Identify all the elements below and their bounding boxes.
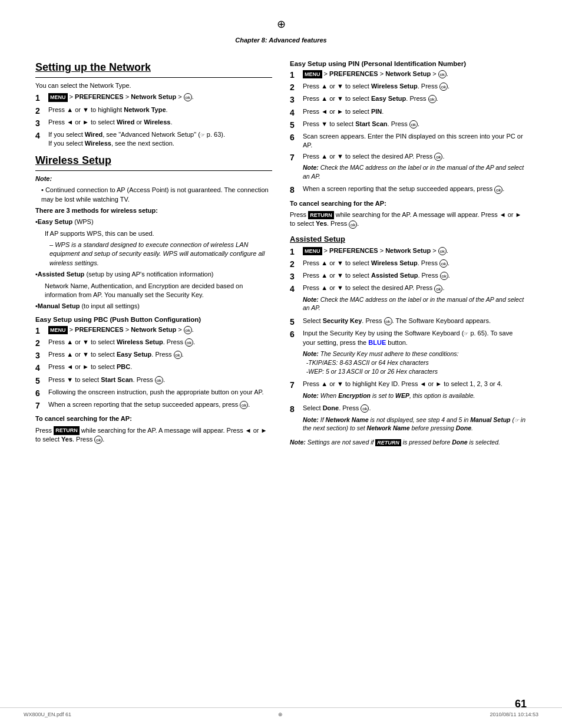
wireless-note-item: Continued connection to AP (Access Point… <box>41 186 272 204</box>
step-item: 3 Press or to select Assisted Setup. Pre… <box>290 271 527 282</box>
arrow-right-icon <box>82 118 89 126</box>
ok-icon: ok <box>428 95 437 103</box>
step-content: Press or to select Wireless Setup. Press… <box>48 338 272 348</box>
ref-icon: ☞ <box>464 331 468 337</box>
step-item: 5 Select Security Key. Press ok. The Sof… <box>290 317 527 327</box>
step-content: Input the Security Key by using the Soft… <box>303 329 527 378</box>
menu-icon: MENU <box>303 247 322 256</box>
step-item: 7 Press or to highlight Key ID. Press or… <box>290 380 527 402</box>
step-content: Press or to select Wireless Setup. Press… <box>303 259 527 269</box>
arrow-left-icon <box>500 211 506 218</box>
network-steps: 1 MENU > PREFERENCES > Network Setup > o… <box>35 93 272 148</box>
step-content: MENU > PREFERENCES > Network Setup > ok. <box>48 325 272 336</box>
step-item: 1 MENU > PREFERENCES > Network Setup > o… <box>35 325 272 336</box>
arrow-down-icon <box>337 83 343 90</box>
network-intro: You can select the Network Type. <box>35 81 272 90</box>
arrow-down-icon <box>337 259 343 266</box>
arrow-right-icon <box>337 108 343 115</box>
arrow-right-icon <box>515 211 522 218</box>
arrow-left-icon <box>67 118 73 126</box>
section-pin: Easy Setup using PIN (Personal Identific… <box>290 60 527 229</box>
step-content: When a screen reporting that the setup s… <box>48 400 272 411</box>
step7-note: Note: When Encryption is set to WEP, thi… <box>303 391 527 400</box>
step-item: 3 Press or to select Easy Setup. Press o… <box>35 350 272 361</box>
step-content: MENU > PREFERENCES > Network Setup > ok. <box>303 246 527 257</box>
wireless-note-label: Note: <box>35 174 272 183</box>
arrow-down-icon <box>337 380 343 387</box>
step-item: 4 Press or to select the desired AP. Pre… <box>290 284 527 315</box>
arrow-right-icon <box>82 363 89 370</box>
arrow-down-icon <box>82 338 89 345</box>
ok-icon: ok <box>94 436 103 444</box>
step4-note: Note: Check the MAC address on the label… <box>303 295 527 312</box>
ok-icon: ok <box>361 404 369 413</box>
step-num: 4 <box>35 130 46 149</box>
step-num: 3 <box>35 118 46 129</box>
step-content: Press or to select the desired AP. Press… <box>303 284 527 315</box>
step-num: 1 <box>35 93 46 103</box>
step-content: Scan screen appears. Enter the PIN displ… <box>303 132 527 150</box>
arrow-up-icon <box>67 338 73 345</box>
step-item: 6 Following the onscreen instruction, pu… <box>35 388 272 398</box>
ok-icon: ok <box>439 83 448 91</box>
step-num: 2 <box>290 82 300 93</box>
step-num: 7 <box>290 380 300 402</box>
step-content: Press or to select Wired or Wireless. <box>48 118 272 129</box>
pbc-steps: 1 MENU > PREFERENCES > Network Setup > o… <box>35 325 272 411</box>
menu-icon: MENU <box>48 326 68 335</box>
step-num: 2 <box>35 338 46 348</box>
method-easy: •Easy Setup (WPS) <box>35 218 272 226</box>
final-note: Note: Settings are not saved if RETURN i… <box>290 439 527 446</box>
step-item: 2 Press or to select Wireless Setup. Pre… <box>290 82 527 93</box>
step-item: 6 Input the Security Key by using the So… <box>290 329 527 378</box>
footer-left: WX800U_EN.pdf 61 <box>24 711 71 717</box>
crosshair-bottom: ⊕ <box>278 711 283 717</box>
arrow-up-icon <box>321 272 328 279</box>
arrow-down-icon <box>82 351 89 358</box>
cancel-note-pin: To cancel searching for the AP: Press RE… <box>290 199 527 229</box>
page: ⊕ Chapter 8: Advanced features Setting u… <box>0 0 562 728</box>
section-assisted: Assisted Setup 1 MENU > PREFERENCES > Ne… <box>290 235 527 446</box>
ok-icon: ok <box>240 401 248 409</box>
section-pbc: Easy Setup using PBC (Push Button Config… <box>35 316 272 444</box>
arrow-down-icon <box>337 95 343 102</box>
step-item: 5 Press to select Start Scan. Press ok. <box>290 120 527 130</box>
method-easy-detail: If AP supports WPS, this can be used. <box>45 229 272 238</box>
method-assisted: •Assisted Setup (setup by using AP's not… <box>35 270 272 279</box>
ok-icon: ok <box>174 351 182 359</box>
crosshair-top: ⊕ <box>35 18 527 31</box>
method-assisted-detail: Network Name, Authentication, and Encryp… <box>45 282 272 300</box>
ok-icon: ok <box>440 272 448 280</box>
right-column: Easy Setup using PIN (Personal Identific… <box>290 55 527 449</box>
step-content: Press or to select the desired AP. Press… <box>303 152 527 183</box>
step-content: Press to select Start Scan. Press ok. <box>48 375 272 386</box>
step-content: Select Security Key. Press ok. The Softw… <box>303 317 527 327</box>
ok-icon: ok <box>439 259 448 268</box>
menu-icon: MENU <box>303 70 322 79</box>
section-title-network: Setting up the Network <box>35 61 272 74</box>
section-network-setup: Setting up the Network You can select th… <box>35 61 272 149</box>
ok-icon: ok <box>184 326 192 334</box>
step-content: Press or to select Easy Setup. Press ok. <box>303 94 527 105</box>
step-num: 1 <box>290 246 300 257</box>
chapter-header: Chapter 8: Advanced features <box>35 37 527 44</box>
step-num: 8 <box>290 404 300 435</box>
step-num: 2 <box>35 106 46 116</box>
assisted-steps: 1 MENU > PREFERENCES > Network Setup > o… <box>290 246 527 435</box>
step-num: 4 <box>290 107 300 118</box>
step-content: Select Done. Press ok. Note: If Network … <box>303 404 527 435</box>
menu-icon: MENU <box>48 93 68 102</box>
arrow-left-icon <box>420 380 427 387</box>
return-icon: RETURN <box>54 426 80 435</box>
step-content: Press or to select Assisted Setup. Press… <box>303 271 527 282</box>
step-num: 3 <box>35 350 46 361</box>
two-column-layout: Setting up the Network You can select th… <box>35 55 527 449</box>
arrow-down-icon <box>82 106 89 113</box>
ok-icon: ok <box>155 376 163 384</box>
step-item: 4 Press or to select PBC. <box>35 363 272 373</box>
step-num: 6 <box>290 329 300 378</box>
step-num: 4 <box>290 284 300 315</box>
step-item: 1 MENU > PREFERENCES > Network Setup > o… <box>290 70 527 80</box>
ok-icon: ok <box>409 120 418 129</box>
step6-note: Note: The Security Key must adhere to th… <box>303 350 527 375</box>
